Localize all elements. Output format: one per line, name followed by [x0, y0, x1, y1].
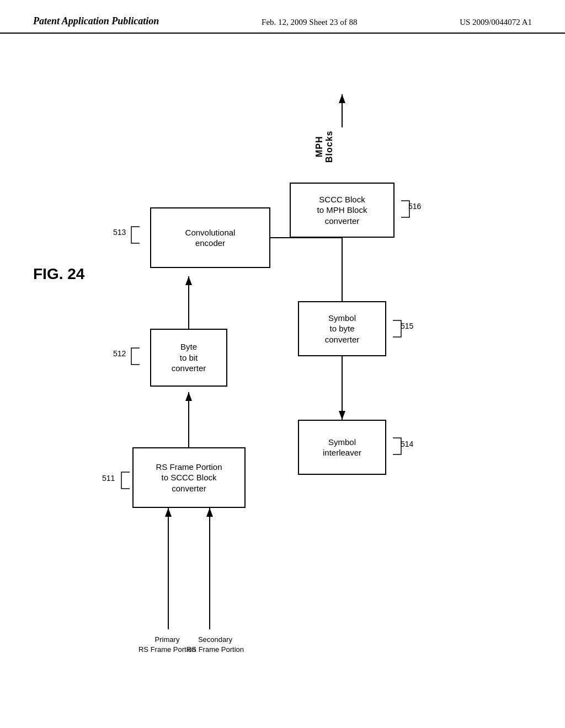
diagram-svg [0, 34, 565, 706]
secondary-rs-label: SecondaryRS Frame Portion [182, 635, 248, 655]
diagram-area: FIG. 24 RS Frame Po [0, 34, 565, 706]
box-512: Byte to bit converter [150, 329, 227, 387]
patent-number: US 2009/0044072 A1 [460, 15, 532, 27]
box-513: Convolutional encoder [150, 207, 270, 268]
box-516: SCCC Block to MPH Block converter [290, 183, 395, 238]
box-511: RS Frame Portion to SCCC Block converter [132, 447, 246, 508]
figure-label: FIG. 24 [33, 265, 84, 283]
ref-512 [126, 345, 142, 369]
ref-512-label: 512 [113, 349, 126, 358]
ref-511 [116, 469, 132, 493]
ref-511-label: 511 [102, 474, 115, 483]
ref-513-label: 513 [113, 228, 126, 237]
ref-515-label: 515 [401, 322, 413, 330]
ref-513 [126, 224, 142, 248]
box-514: Symbol interleaver [298, 420, 386, 475]
ref-516-label: 516 [408, 202, 421, 211]
box-515: Symbol to byte converter [298, 301, 386, 356]
mph-blocks-label: MPH Blocks [315, 119, 334, 174]
page-header: Patent Application Publication Feb. 12, … [0, 0, 565, 34]
date-sheet-info: Feb. 12, 2009 Sheet 23 of 88 [262, 15, 357, 27]
publication-title: Patent Application Publication [33, 15, 159, 27]
ref-514-label: 514 [401, 440, 413, 448]
